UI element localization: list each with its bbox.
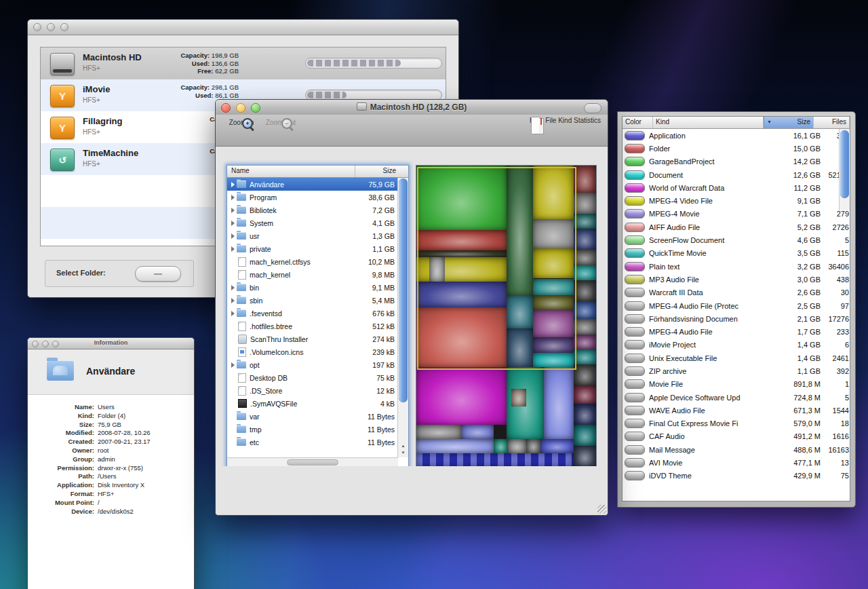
treemap-block[interactable] bbox=[533, 219, 574, 248]
treemap-block[interactable] bbox=[574, 335, 596, 349]
kind-row[interactable]: MP3 Audio File3,0 GB438 bbox=[623, 273, 850, 286]
treemap-block[interactable] bbox=[533, 353, 574, 366]
kind-row[interactable]: Application16,1 GB395 bbox=[623, 129, 850, 142]
scrollbar-arrows[interactable]: ▲▼ bbox=[398, 442, 408, 457]
file-row[interactable]: ScanThru Installer274 kB bbox=[227, 332, 408, 345]
treemap-block[interactable] bbox=[533, 279, 574, 295]
resize-grip[interactable] bbox=[597, 505, 606, 514]
kind-row[interactable]: MPEG-4 Movie7,1 GB279 bbox=[623, 208, 850, 221]
minimize-icon[interactable] bbox=[47, 23, 55, 31]
file-row[interactable]: mach_kernel.ctfsys10,2 MB bbox=[227, 255, 408, 268]
file-row[interactable]: usr1,3 GB bbox=[227, 229, 408, 242]
treemap-block[interactable] bbox=[416, 230, 507, 250]
kind-row[interactable]: Folder15,0 GB2 bbox=[623, 142, 850, 155]
treemap-block[interactable] bbox=[574, 446, 596, 467]
scrollbar-thumb[interactable] bbox=[840, 130, 849, 198]
close-icon[interactable] bbox=[33, 23, 41, 31]
kind-row[interactable]: AIFF Audio File5,2 GB2726 bbox=[623, 221, 850, 233]
kind-row[interactable]: Warcraft III Data2,6 GB30 bbox=[623, 286, 850, 299]
file-list-horizontal-scrollbar[interactable] bbox=[227, 457, 398, 467]
file-row[interactable]: var11 Bytes bbox=[227, 410, 408, 423]
treemap-block[interactable] bbox=[574, 404, 596, 425]
treemap-block[interactable] bbox=[574, 349, 596, 364]
kind-row[interactable]: ZIP archive1,1 GB392 bbox=[623, 364, 850, 377]
select-folder-button[interactable] bbox=[135, 266, 181, 282]
file-row[interactable]: .fseventsd676 kB bbox=[227, 307, 408, 320]
treemap-block[interactable] bbox=[574, 319, 596, 334]
file-row[interactable]: .SymAVQSFile4 kB bbox=[227, 397, 408, 410]
treemap-block[interactable] bbox=[574, 301, 596, 320]
treemap-block[interactable] bbox=[507, 295, 534, 328]
kind-row[interactable]: World of Warcraft Data11,2 GB14 bbox=[623, 181, 850, 194]
kind-row[interactable]: ScreenFlow Document4,6 GB5 bbox=[623, 233, 850, 246]
column-header-kind[interactable]: Kind bbox=[653, 117, 764, 128]
treemap-block[interactable] bbox=[429, 257, 446, 282]
kind-row[interactable]: MPEG-4 Audio File (Protec2,5 GB97 bbox=[623, 299, 850, 312]
treemap-block[interactable] bbox=[507, 328, 534, 367]
volumes-title-bar[interactable] bbox=[28, 20, 458, 35]
file-row[interactable]: .hotfiles.btree512 kB bbox=[227, 320, 408, 332]
zoom-window-icon[interactable] bbox=[60, 23, 68, 31]
scrollbar-thumb[interactable] bbox=[399, 178, 408, 402]
treemap-block[interactable] bbox=[574, 425, 596, 446]
main-title-bar[interactable]: Macintosh HD (128,2 GB) bbox=[216, 100, 608, 115]
file-row[interactable]: Användare75,9 GB bbox=[227, 178, 408, 191]
treemap-block[interactable] bbox=[533, 248, 574, 278]
kind-row[interactable]: AVI Movie477,1 M13 bbox=[623, 456, 850, 469]
treemap-block[interactable] bbox=[533, 310, 574, 337]
treemap-block[interactable] bbox=[494, 439, 508, 453]
file-row[interactable]: bin9,1 MB bbox=[227, 281, 408, 294]
treemap-block[interactable] bbox=[533, 166, 574, 219]
kind-row[interactable]: Document12,6 GB52170 bbox=[623, 168, 850, 181]
treemap-block[interactable] bbox=[540, 439, 574, 453]
kind-row[interactable]: iMovie Project1,4 GB6 bbox=[623, 339, 850, 352]
disclosure-triangle-icon[interactable] bbox=[231, 221, 235, 226]
disclosure-triangle-icon[interactable] bbox=[231, 233, 235, 239]
treemap-block[interactable] bbox=[526, 439, 540, 453]
file-row[interactable]: System4,1 GB bbox=[227, 216, 408, 229]
disclosure-triangle-icon[interactable] bbox=[231, 362, 235, 368]
treemap-block[interactable] bbox=[544, 367, 574, 439]
treemap-block[interactable] bbox=[574, 265, 596, 280]
treemap-block[interactable] bbox=[574, 229, 596, 250]
kind-row[interactable]: Movie File891,8 M1 bbox=[623, 378, 850, 391]
disclosure-triangle-icon[interactable] bbox=[231, 285, 235, 290]
file-row[interactable]: tmp11 Bytes bbox=[227, 423, 408, 436]
treemap-block[interactable] bbox=[508, 439, 526, 453]
treemap-block[interactable] bbox=[574, 193, 596, 214]
kind-row[interactable]: Förhandsvisning Documen2,1 GB17276 bbox=[623, 312, 850, 325]
column-header-files[interactable]: Files bbox=[814, 117, 850, 128]
treemap-block[interactable] bbox=[416, 453, 574, 467]
disclosure-triangle-icon[interactable] bbox=[231, 182, 235, 187]
disclosure-triangle-icon[interactable] bbox=[231, 311, 235, 316]
kind-row[interactable]: CAF Audio491,2 M1616 bbox=[623, 430, 850, 443]
info-title-bar[interactable]: Information bbox=[28, 338, 194, 349]
column-header-name[interactable]: Name bbox=[227, 166, 355, 177]
treemap-block[interactable] bbox=[574, 250, 596, 265]
file-row[interactable]: Desktop DB75 kB bbox=[227, 371, 408, 384]
kind-row[interactable]: Final Cut Express Movie Fi579,0 M18 bbox=[623, 417, 850, 430]
kind-row[interactable]: WAVE Audio File671,3 M1544 bbox=[623, 404, 850, 417]
disclosure-triangle-icon[interactable] bbox=[231, 298, 235, 303]
kind-row[interactable]: iDVD Theme429,9 M75 bbox=[623, 470, 850, 482]
file-row[interactable]: opt197 kB bbox=[227, 358, 408, 371]
kind-scrollbar[interactable] bbox=[839, 129, 850, 210]
treemap-block[interactable] bbox=[574, 385, 596, 404]
treemap-pane[interactable] bbox=[416, 165, 597, 468]
kind-row[interactable]: GarageBandProject14,2 GB19 bbox=[623, 155, 850, 168]
treemap-block[interactable] bbox=[574, 364, 596, 385]
treemap-block[interactable] bbox=[416, 439, 494, 453]
volume-row[interactable]: Macintosh HDHFS+Capacity: 198,9 GBUsed: … bbox=[41, 48, 446, 79]
file-row[interactable]: sbin5,4 MB bbox=[227, 294, 408, 307]
treemap-block[interactable] bbox=[574, 280, 596, 301]
treemap-block[interactable] bbox=[416, 367, 507, 425]
treemap-block[interactable] bbox=[533, 337, 574, 353]
file-row[interactable]: private1,1 GB bbox=[227, 242, 408, 255]
toolbar-toggle-button[interactable] bbox=[584, 103, 601, 113]
kind-row[interactable]: Unix Executable File1,4 GB2461 bbox=[623, 352, 850, 364]
file-row[interactable]: mach_kernel9,8 MB bbox=[227, 268, 408, 281]
column-header-size[interactable]: Size bbox=[355, 166, 408, 177]
kind-row[interactable]: Apple Device Software Upd724,8 M5 bbox=[623, 391, 850, 404]
treemap-block[interactable] bbox=[533, 295, 574, 310]
treemap-block[interactable] bbox=[511, 389, 526, 407]
